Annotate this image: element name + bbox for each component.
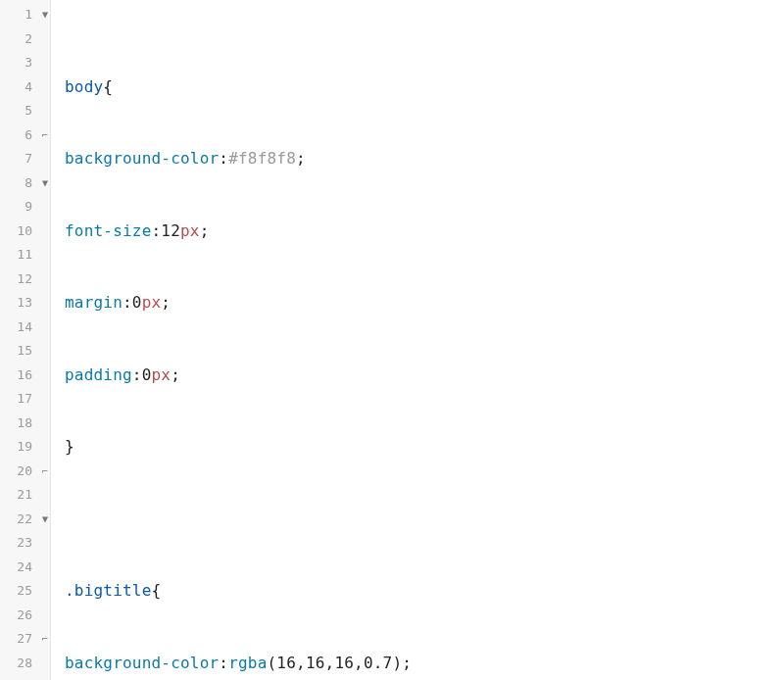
gutter-line[interactable]: 25 — [0, 579, 50, 604]
fold-open-icon[interactable]: ▼ — [42, 514, 48, 524]
line-number-gutter: 1▼ 2 3 4 5 6⌐ 7 8▼ 9 10 11 12 13 14 15 1… — [0, 0, 51, 680]
gutter-line[interactable]: 3 — [0, 51, 50, 75]
code-line[interactable]: padding:0px; — [65, 364, 784, 388]
selector-token: .bigtitle — [65, 579, 152, 604]
brace-token: } — [65, 435, 74, 460]
gutter-line[interactable]: 28 — [0, 652, 50, 676]
line-number: 18 — [17, 412, 46, 436]
gutter-line[interactable]: 20⌐ — [0, 460, 50, 484]
code-line[interactable]: background-color:#f8f8f8; — [65, 147, 784, 171]
fold-open-icon[interactable]: ▼ — [42, 178, 48, 188]
gutter-line[interactable]: 10 — [0, 219, 50, 244]
property-token: padding — [65, 364, 132, 388]
gutter-line[interactable]: 7 — [0, 147, 50, 171]
gutter-line[interactable]: 1▼ — [0, 3, 50, 27]
code-line[interactable]: font-size:12px; — [65, 219, 784, 244]
line-number: 19 — [17, 435, 46, 460]
gutter-line[interactable]: 14 — [0, 316, 50, 340]
line-number: 25 — [17, 579, 46, 604]
function-token: rgba — [228, 652, 267, 676]
line-number: 10 — [17, 219, 46, 244]
fold-open-icon[interactable]: ▼ — [42, 10, 48, 20]
property-token: background-color — [65, 147, 219, 171]
gutter-line[interactable]: 8▼ — [0, 171, 50, 196]
code-editor: 1▼ 2 3 4 5 6⌐ 7 8▼ 9 10 11 12 13 14 15 1… — [0, 0, 784, 680]
code-line[interactable] — [65, 508, 784, 532]
gutter-line[interactable]: 23 — [0, 531, 50, 556]
brace-token: { — [103, 75, 113, 100]
code-line[interactable]: } — [65, 435, 784, 460]
property-token: margin — [65, 291, 122, 316]
gutter-line[interactable]: 11 — [0, 243, 50, 267]
gutter-line[interactable]: 13 — [0, 291, 50, 316]
line-number: 16 — [17, 364, 46, 388]
code-line[interactable]: background-color:rgba(16,16,16,0.7); — [65, 652, 784, 676]
gutter-line[interactable]: 21 — [0, 483, 50, 508]
line-number: 3 — [24, 51, 46, 75]
line-number: 4 — [24, 75, 46, 100]
gutter-line[interactable]: 24 — [0, 556, 50, 580]
line-number: 28 — [17, 652, 46, 676]
code-area[interactable]: body{ background-color:#f8f8f8; font-siz… — [51, 0, 784, 680]
line-number: 15 — [17, 339, 46, 364]
line-number: 14 — [17, 316, 46, 340]
gutter-line[interactable]: 22▼ — [0, 508, 50, 532]
property-token: font-size — [65, 219, 152, 244]
fold-close-icon[interactable]: ⌐ — [42, 466, 48, 476]
line-number: 26 — [17, 604, 46, 628]
gutter-line[interactable]: 6⌐ — [0, 123, 50, 148]
brace-token: { — [152, 579, 162, 604]
code-line[interactable]: margin:0px; — [65, 291, 784, 316]
line-number: 13 — [17, 291, 46, 316]
gutter-line[interactable]: 4 — [0, 75, 50, 100]
gutter-line[interactable]: 19 — [0, 435, 50, 460]
line-number: 7 — [24, 147, 46, 171]
gutter-line[interactable]: 27⌐ — [0, 627, 50, 652]
line-number: 9 — [24, 195, 46, 219]
gutter-line[interactable]: 12 — [0, 267, 50, 292]
line-number: 2 — [24, 27, 46, 52]
line-number: 5 — [24, 99, 46, 123]
hex-token: #f8f8f8 — [228, 147, 296, 171]
line-number: 24 — [17, 556, 46, 580]
selector-token: body — [65, 75, 103, 100]
line-number: 11 — [17, 243, 46, 267]
gutter-line[interactable]: 18 — [0, 412, 50, 436]
fold-close-icon[interactable]: ⌐ — [42, 130, 48, 140]
line-number: 17 — [17, 387, 46, 412]
line-number: 12 — [17, 267, 46, 292]
gutter-line[interactable]: 2 — [0, 27, 50, 52]
gutter-line[interactable]: 17 — [0, 387, 50, 412]
gutter-line[interactable]: 16 — [0, 364, 50, 388]
gutter-line[interactable]: 26 — [0, 604, 50, 628]
code-line[interactable]: body{ — [65, 75, 784, 100]
gutter-line[interactable]: 9 — [0, 195, 50, 219]
line-number: 21 — [17, 483, 46, 508]
code-line[interactable]: .bigtitle{ — [65, 579, 784, 604]
line-number: 23 — [17, 531, 46, 556]
gutter-line[interactable]: 15 — [0, 339, 50, 364]
fold-close-icon[interactable]: ⌐ — [42, 634, 48, 644]
property-token: background-color — [65, 652, 219, 676]
gutter-line[interactable]: 5 — [0, 99, 50, 123]
